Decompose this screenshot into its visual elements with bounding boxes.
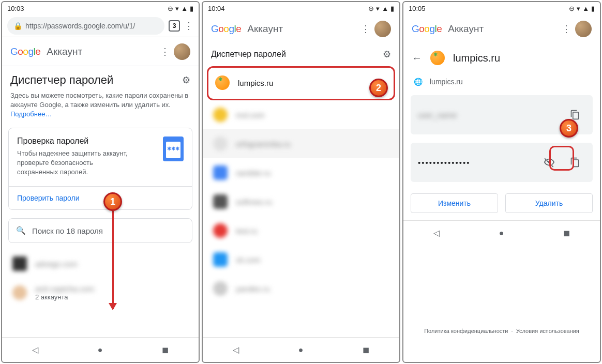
recents-button[interactable]: ◼: [563, 228, 570, 238]
browser-menu-icon[interactable]: ⋮: [184, 20, 193, 32]
back-button[interactable]: ◁: [433, 228, 440, 238]
password-item-lumpics[interactable]: lumpics.ru: [203, 65, 399, 100]
google-logo: Google: [211, 23, 241, 35]
back-button[interactable]: ◁: [233, 345, 239, 355]
google-logo: Google: [412, 23, 442, 35]
url-field[interactable]: 🔒 https://passwords.google.com/u/1/: [7, 17, 164, 35]
site-favicon: [213, 252, 228, 267]
site-name: advego.com: [35, 260, 78, 268]
password-item[interactable]: softmes.ru: [203, 187, 399, 216]
terms-link[interactable]: Условия использования: [516, 328, 579, 334]
status-icons: ⊖ ▾ ▲ ▮: [569, 5, 595, 12]
phone-screen-2: 10:04 ⊖ ▾ ▲ ▮ Google Аккаунт ⋮ Диспетчер…: [202, 1, 400, 363]
back-arrow-icon[interactable]: ←: [412, 52, 422, 64]
site-name: vk.com: [236, 255, 261, 264]
site-name: lumpics.ru: [238, 79, 273, 87]
avatar[interactable]: [575, 21, 592, 37]
page-title: Диспетчер паролей: [211, 50, 286, 59]
copy-password-icon[interactable]: [565, 152, 585, 173]
site-favicon: [215, 75, 230, 90]
check-passwords-button[interactable]: Проверить пароли: [9, 186, 192, 209]
recents-button[interactable]: ◼: [363, 345, 369, 355]
status-bar: 10:05 ⊖ ▾ ▲ ▮: [403, 2, 600, 14]
gear-icon[interactable]: ⚙: [383, 49, 391, 60]
signal-icon: ▾: [175, 5, 179, 12]
site-name: anti-captcha.com: [35, 284, 94, 293]
password-item[interactable]: advego.com: [2, 249, 199, 278]
battery-icon: ▮: [190, 5, 193, 12]
password-item[interactable]: vk.com: [203, 245, 399, 274]
site-favicon: [430, 51, 445, 65]
site-favicon: [213, 223, 228, 238]
recents-button[interactable]: ◼: [162, 345, 169, 355]
gear-icon[interactable]: ⚙: [182, 74, 190, 86]
nav-bar: ◁ ● ◼: [203, 337, 399, 362]
step-badge-1: 1: [103, 192, 122, 211]
site-favicon: [213, 165, 228, 180]
battery-icon: ▮: [390, 5, 394, 12]
password-item[interactable]: anti-captcha.com 2 аккаунта: [2, 278, 199, 307]
wifi-icon: ▲: [582, 5, 589, 12]
more-icon[interactable]: ⋮: [361, 23, 370, 35]
home-button[interactable]: ●: [98, 345, 103, 355]
password-check-card: Проверка паролей Чтобы надежнее защитить…: [8, 128, 192, 210]
privacy-link[interactable]: Политика конфиденциальности: [424, 328, 508, 334]
edit-button[interactable]: Изменить: [411, 193, 498, 213]
tabs-button[interactable]: 3: [169, 20, 180, 32]
username-value: user_name: [418, 111, 560, 119]
status-bar: 10:04 ⊖ ▾ ▲ ▮: [203, 2, 399, 14]
password-item[interactable]: yandex.ru: [203, 274, 399, 303]
step-badge-3: 3: [560, 119, 578, 138]
home-button[interactable]: ●: [298, 345, 304, 355]
site-name: orfogrammka.ru: [236, 140, 291, 148]
more-icon[interactable]: ⋮: [562, 23, 571, 35]
password-item[interactable]: rambler.ru: [203, 158, 399, 187]
wifi-icon: ▲: [181, 5, 188, 12]
password-item[interactable]: test.ru: [203, 216, 399, 245]
delete-button[interactable]: Удалить: [505, 193, 593, 213]
status-bar: 10:03 ⊖ ▾ ▲ ▮: [2, 2, 199, 14]
card-title: Проверка паролей: [17, 136, 184, 146]
status-icons: ⊖ ▾ ▲ ▮: [368, 5, 394, 12]
domain-text: lumpics.ru: [430, 78, 463, 86]
site-favicon: [12, 256, 27, 271]
search-icon: 🔍: [16, 226, 26, 235]
password-value: ••••••••••••••: [418, 158, 534, 167]
site-favicon: [213, 108, 228, 122]
password-item[interactable]: msl.com: [203, 100, 399, 129]
phone-screen-1: 10:03 ⊖ ▾ ▲ ▮ 🔒 https://passwords.google…: [1, 1, 200, 363]
site-name: rambler.ru: [236, 169, 271, 177]
back-button[interactable]: ◁: [32, 345, 38, 355]
search-input[interactable]: 🔍 Поиск по 18 пароля: [8, 218, 192, 243]
step-badge-2: 2: [369, 79, 388, 97]
globe-icon: 🌐: [414, 78, 423, 86]
arrow-down: [112, 211, 114, 309]
app-header: Google Аккаунт ⋮: [2, 37, 199, 66]
domain-row[interactable]: 🌐 lumpics.ru: [403, 72, 600, 91]
action-buttons: Изменить Удалить: [403, 186, 600, 220]
status-icons: ⊖ ▾ ▲ ▮: [168, 5, 193, 12]
password-item[interactable]: orfogrammka.ru: [203, 129, 399, 158]
more-icon[interactable]: ⋮: [160, 46, 170, 57]
password-field: ••••••••••••••: [411, 143, 593, 182]
site-name: msl.com: [236, 111, 265, 119]
detail-header: ← lumpics.ru: [403, 43, 600, 72]
home-button[interactable]: ●: [499, 229, 504, 238]
brand-label: Аккаунт: [47, 46, 82, 57]
avatar[interactable]: [174, 43, 190, 60]
learn-more-link[interactable]: Подробнее…: [10, 110, 52, 118]
site-favicon: [213, 281, 228, 296]
phone-screen-3: 10:05 ⊖ ▾ ▲ ▮ Google Аккаунт ⋮ ← lumpics…: [402, 1, 601, 363]
dnd-icon: ⊖: [368, 5, 374, 12]
brand-label: Аккаунт: [448, 23, 484, 35]
card-desc: Чтобы надежнее защитить аккаунт, проверь…: [17, 149, 131, 177]
avatar[interactable]: [374, 21, 391, 37]
browser-url-bar: 🔒 https://passwords.google.com/u/1/ 3 ⋮: [2, 14, 199, 37]
dnd-icon: ⊖: [569, 5, 575, 12]
site-name: test.ru: [236, 226, 258, 235]
toggle-visibility-icon[interactable]: [539, 152, 560, 173]
password-list: lumpics.ru msl.com orfogrammka.ru ramble…: [203, 65, 399, 337]
signal-icon: ▾: [577, 5, 580, 12]
site-name: softmes.ru: [236, 198, 272, 206]
detail-title: lumpics.ru: [453, 52, 500, 64]
